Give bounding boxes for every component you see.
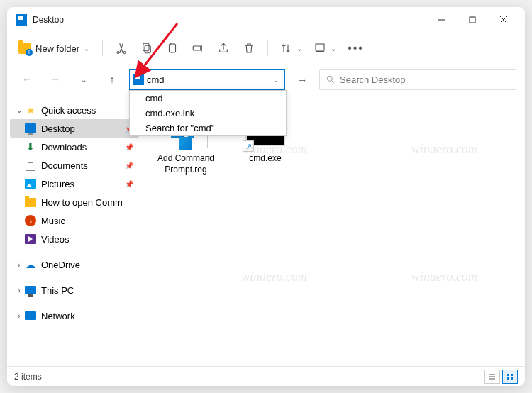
shortcut-arrow-icon: ↗ xyxy=(243,140,254,152)
suggestion-item[interactable]: cmd xyxy=(130,91,286,106)
separator xyxy=(267,40,268,56)
paste-icon xyxy=(166,42,179,55)
cut-button[interactable] xyxy=(110,37,133,60)
cut-icon xyxy=(115,42,128,55)
nav-label: Desktop xyxy=(41,123,75,134)
search-input[interactable] xyxy=(340,74,510,85)
window-title: Desktop xyxy=(33,15,64,25)
downloads-icon: ⬇ xyxy=(26,141,35,153)
up-button[interactable]: ↑ xyxy=(101,68,123,91)
search-box[interactable] xyxy=(319,69,516,90)
sidebar-item-pictures[interactable]: Pictures 📌 xyxy=(10,175,139,193)
music-icon: ♪ xyxy=(25,215,36,226)
svg-rect-10 xyxy=(316,44,324,50)
address-input[interactable] xyxy=(147,74,270,85)
nav-label: How to open Comm xyxy=(41,197,123,208)
svg-rect-19 xyxy=(507,377,509,380)
sidebar-item-downloads[interactable]: ⬇ Downloads 📌 xyxy=(10,138,139,156)
nav-label: Documents xyxy=(41,160,88,171)
nav-label: Network xyxy=(41,311,75,321)
minimize-button[interactable] xyxy=(426,9,457,31)
address-bar[interactable]: ⌄ cmd cmd.exe.lnk Search for "cmd" xyxy=(129,69,285,90)
close-button[interactable] xyxy=(488,9,519,31)
nav-label: Pictures xyxy=(41,179,74,189)
paste-button[interactable] xyxy=(161,37,184,60)
share-button[interactable] xyxy=(212,37,235,60)
sidebar-item-folder[interactable]: How to open Comm xyxy=(10,193,139,211)
sidebar-item-videos[interactable]: Videos xyxy=(10,230,139,248)
documents-icon xyxy=(26,160,35,171)
nav-label: OneDrive xyxy=(41,260,80,270)
nav-label: This PC xyxy=(41,285,74,296)
svg-rect-5 xyxy=(145,45,150,53)
quick-access[interactable]: ⌄ ★ Quick access xyxy=(10,101,139,119)
onedrive-icon: ☁ xyxy=(26,259,35,270)
new-folder-icon xyxy=(18,43,31,54)
svg-rect-4 xyxy=(143,43,149,51)
nav-label: Quick access xyxy=(41,105,96,116)
sidebar-item-documents[interactable]: Documents 📌 xyxy=(10,156,139,175)
view-button[interactable]: ⌄ xyxy=(309,37,340,60)
rename-button[interactable] xyxy=(187,37,209,60)
chevron-down-icon: ⌄ xyxy=(297,45,302,52)
rename-icon xyxy=(192,42,204,55)
forward-button[interactable]: → xyxy=(44,68,67,91)
statusbar: 2 items xyxy=(7,366,525,386)
sort-button[interactable]: ⌄ xyxy=(275,37,306,60)
sort-icon xyxy=(279,42,292,55)
sidebar-item-thispc[interactable]: › This PC xyxy=(10,281,139,299)
location-icon xyxy=(133,74,144,85)
chevron-down-icon: ⌄ xyxy=(331,45,336,52)
sidebar-item-music[interactable]: ♪ Music xyxy=(10,211,139,230)
toolbar: New folder ⌄ ⌄ ⌄ ••• xyxy=(7,33,525,64)
sidebar: ⌄ ★ Quick access Desktop 📌 ⬇ Downloads 📌… xyxy=(7,95,142,366)
svg-rect-1 xyxy=(470,17,475,23)
file-label: Add Command Prompt.reg xyxy=(156,153,216,175)
item-count: 2 items xyxy=(14,372,42,382)
address-suggestions: cmd cmd.exe.lnk Search for "cmd" xyxy=(129,90,287,136)
file-label: cmd.exe xyxy=(249,153,281,165)
svg-rect-18 xyxy=(511,374,513,376)
delete-icon xyxy=(243,42,255,55)
explorer-window: Desktop New folder ⌄ ⌄ ⌄ ••• ← → ⌄ ↑ ⌄ xyxy=(7,7,525,386)
pin-icon: 📌 xyxy=(125,162,133,170)
separator xyxy=(102,40,103,56)
details-view-button[interactable] xyxy=(484,370,500,384)
sidebar-item-desktop[interactable]: Desktop 📌 xyxy=(10,119,139,138)
delete-button[interactable] xyxy=(238,37,260,60)
back-button[interactable]: ← xyxy=(16,68,38,91)
nav-label: Music xyxy=(41,216,65,226)
desktop-icon xyxy=(25,123,36,133)
recent-button[interactable]: ⌄ xyxy=(72,68,95,91)
svg-rect-17 xyxy=(507,374,509,376)
nav-label: Downloads xyxy=(41,142,87,153)
maximize-button[interactable] xyxy=(457,9,488,31)
icons-view-button[interactable] xyxy=(502,370,518,384)
svg-line-13 xyxy=(332,81,334,83)
more-button[interactable]: ••• xyxy=(343,37,368,60)
thispc-icon xyxy=(25,286,36,294)
titlebar: Desktop xyxy=(7,7,525,33)
go-button[interactable]: → xyxy=(291,68,314,91)
folder-icon xyxy=(25,198,36,207)
star-icon: ★ xyxy=(26,104,35,116)
sidebar-item-onedrive[interactable]: › ☁ OneDrive xyxy=(10,255,139,274)
address-dropdown-button[interactable]: ⌄ xyxy=(270,76,282,84)
chevron-down-icon: ⌄ xyxy=(84,45,89,52)
svg-rect-8 xyxy=(193,46,201,50)
copy-button[interactable] xyxy=(135,37,158,60)
window-icon xyxy=(16,14,27,26)
network-icon xyxy=(25,311,36,320)
share-icon xyxy=(217,42,230,55)
svg-rect-20 xyxy=(511,377,513,380)
search-icon xyxy=(326,74,336,84)
suggestion-item[interactable]: Search for "cmd" xyxy=(130,121,286,135)
suggestion-item[interactable]: cmd.exe.lnk xyxy=(130,106,286,121)
sidebar-item-network[interactable]: › Network xyxy=(10,306,139,325)
pin-icon: 📌 xyxy=(125,143,133,151)
pictures-icon xyxy=(25,179,36,189)
copy-icon xyxy=(140,42,153,55)
more-icon: ••• xyxy=(348,42,364,55)
new-folder-button[interactable]: New folder ⌄ xyxy=(16,37,95,60)
pin-icon: 📌 xyxy=(125,180,133,188)
